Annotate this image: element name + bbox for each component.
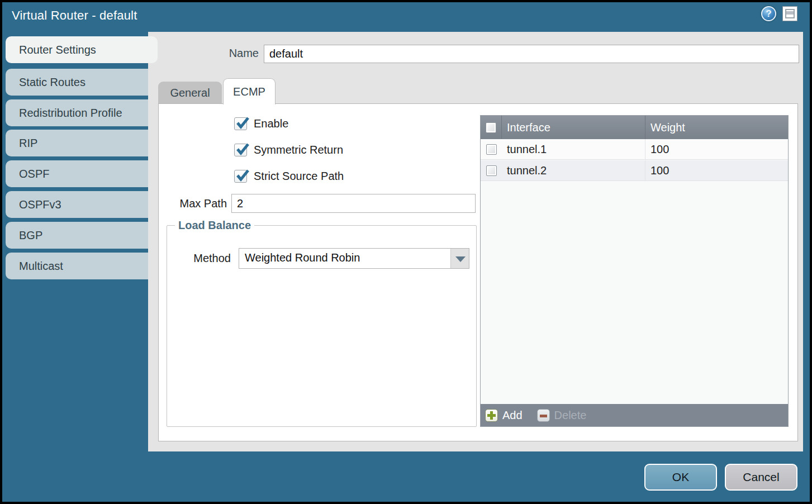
select-all-checkbox[interactable] bbox=[486, 122, 496, 133]
table-row[interactable]: tunnel.1 100 bbox=[481, 139, 788, 160]
name-label: Name bbox=[148, 47, 259, 60]
method-label: Method bbox=[167, 252, 231, 265]
row-checkbox-cell bbox=[481, 139, 502, 159]
ok-button-label: OK bbox=[672, 470, 689, 484]
check-icon bbox=[235, 142, 250, 157]
interface-column-header[interactable]: Interface bbox=[502, 116, 645, 139]
sidebar-item-label: OSPF bbox=[19, 168, 49, 180]
interface-cell: tunnel.1 bbox=[502, 139, 645, 159]
sidebar-item-label: RIP bbox=[19, 137, 37, 150]
sidebar-item-static-routes[interactable]: Static Routes bbox=[6, 69, 158, 96]
sidebar-item-bgp[interactable]: BGP bbox=[6, 222, 158, 249]
sidebar-item-label: Static Routes bbox=[19, 76, 86, 89]
chevron-down-icon bbox=[455, 256, 466, 262]
table-toolbar: Add Delete bbox=[481, 404, 788, 426]
table-header: Interface Weight bbox=[481, 116, 788, 139]
add-button-label: Add bbox=[502, 409, 523, 422]
check-icon bbox=[235, 116, 250, 131]
tab-label: General bbox=[170, 87, 210, 99]
name-input[interactable] bbox=[264, 45, 799, 63]
sidebar-item-ospfv3[interactable]: OSPFv3 bbox=[6, 191, 158, 218]
title-bar: Virtual Router - default ? bbox=[2, 2, 810, 32]
sidebar-item-redistribution-profile[interactable]: Redistribution Profile bbox=[6, 99, 158, 126]
sidebar-item-ospf[interactable]: OSPF bbox=[6, 160, 158, 187]
row-checkbox-cell bbox=[481, 160, 502, 180]
weight-cell: 100 bbox=[645, 139, 788, 159]
weight-cell: 100 bbox=[645, 160, 788, 180]
name-row: Name bbox=[148, 45, 803, 63]
sidebar-item-label: Multicast bbox=[19, 260, 63, 273]
header-checkbox-cell bbox=[481, 116, 502, 139]
interface-weight-table: Interface Weight tunnel.1 100 tunnel.2 1… bbox=[480, 115, 789, 427]
interface-cell: tunnel.2 bbox=[502, 160, 645, 180]
sidebar-item-label: BGP bbox=[19, 229, 42, 242]
row-checkbox[interactable] bbox=[486, 144, 497, 155]
symmetric-return-checkbox-row: Symmetric Return bbox=[234, 143, 343, 156]
cancel-button-label: Cancel bbox=[743, 470, 779, 484]
method-dropdown[interactable]: Weighted Round Robin bbox=[239, 248, 469, 269]
ecmp-tab-panel: Enable Symmetric Return bbox=[158, 103, 798, 441]
content-panel: Name General ECMP Enable bbox=[148, 32, 803, 451]
enable-label: Enable bbox=[254, 117, 288, 130]
add-button[interactable]: Add bbox=[485, 409, 523, 422]
load-balance-legend: Load Balance bbox=[175, 219, 254, 232]
column-header-label: Weight bbox=[650, 121, 685, 134]
check-icon bbox=[235, 169, 250, 183]
row-checkbox[interactable] bbox=[486, 165, 497, 176]
cancel-button[interactable]: Cancel bbox=[725, 464, 797, 491]
dialog-title: Virtual Router - default bbox=[12, 8, 137, 23]
virtual-router-dialog: Virtual Router - default ? Router Settin… bbox=[2, 2, 810, 502]
strict-source-path-checkbox[interactable] bbox=[234, 170, 247, 183]
ok-button[interactable]: OK bbox=[644, 464, 717, 491]
restore-window-glyph bbox=[785, 9, 795, 18]
max-path-input[interactable] bbox=[231, 194, 476, 213]
tab-general[interactable]: General bbox=[158, 82, 222, 104]
sidebar-item-multicast[interactable]: Multicast bbox=[6, 253, 158, 279]
load-balance-fieldset: Load Balance Method Weighted Round Robin bbox=[167, 219, 477, 427]
symmetric-return-checkbox[interactable] bbox=[234, 144, 247, 156]
dropdown-button[interactable] bbox=[450, 249, 469, 268]
minus-icon bbox=[537, 409, 550, 422]
sidebar-item-label: Redistribution Profile bbox=[19, 107, 122, 120]
plus-icon bbox=[485, 409, 498, 422]
strict-source-path-checkbox-row: Strict Source Path bbox=[234, 169, 344, 183]
delete-button[interactable]: Delete bbox=[537, 409, 587, 422]
help-icon[interactable]: ? bbox=[761, 6, 776, 21]
symmetric-return-label: Symmetric Return bbox=[254, 144, 343, 156]
max-path-label: Max Path bbox=[159, 197, 227, 210]
weight-column-header[interactable]: Weight bbox=[645, 116, 788, 139]
tab-label: ECMP bbox=[233, 85, 265, 98]
method-selected-value: Weighted Round Robin bbox=[245, 251, 360, 264]
tab-ecmp[interactable]: ECMP bbox=[223, 78, 276, 104]
delete-button-label: Delete bbox=[554, 409, 587, 422]
sidebar-item-router-settings[interactable]: Router Settings bbox=[6, 36, 158, 63]
restore-window-icon[interactable] bbox=[782, 6, 797, 21]
sidebar-item-label: OSPFv3 bbox=[19, 198, 61, 211]
enable-checkbox[interactable] bbox=[234, 117, 247, 130]
screen: Virtual Router - default ? Router Settin… bbox=[0, 0, 812, 504]
sidebar-item-label: Router Settings bbox=[19, 44, 96, 56]
column-header-label: Interface bbox=[507, 121, 550, 134]
strict-source-path-label: Strict Source Path bbox=[254, 170, 344, 183]
enable-checkbox-row: Enable bbox=[234, 117, 288, 130]
sidebar-item-rip[interactable]: RIP bbox=[6, 130, 158, 156]
table-row[interactable]: tunnel.2 100 bbox=[481, 160, 788, 181]
